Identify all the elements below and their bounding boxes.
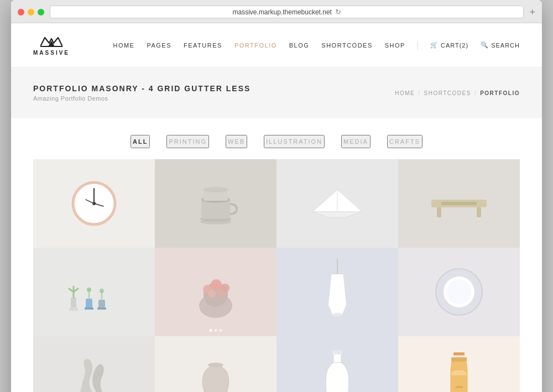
nav-search[interactable]: 🔍 SEARCH <box>481 41 520 49</box>
filter-media[interactable]: MEDIA <box>341 135 371 148</box>
search-label: SEARCH <box>491 42 520 49</box>
page-title: PORTFOLIO MASONRY - 4 GRID GUTTER LESS <box>33 84 251 93</box>
light-image <box>431 264 487 320</box>
url-text: massive.markup.themebucket.net <box>233 8 332 16</box>
close-button[interactable] <box>18 9 24 15</box>
portfolio-item-10[interactable] <box>155 336 276 392</box>
page-header: PORTFOLIO MASONRY - 4 GRID GUTTER LESS A… <box>11 67 542 118</box>
cart-label: CART(2) <box>441 42 468 49</box>
svg-rect-19 <box>69 307 78 311</box>
cup-image <box>194 179 238 228</box>
breadcrumb-current: PORTFOLIO <box>480 90 520 96</box>
portfolio-item-3[interactable] <box>276 159 398 248</box>
juice-image: JUICE <box>445 347 473 392</box>
filter-web[interactable]: WEB <box>226 135 247 148</box>
nav-features[interactable]: FEATURES <box>184 42 222 49</box>
filter-illustration[interactable]: ILLUSTRATION <box>264 135 325 148</box>
new-tab-button[interactable]: + <box>529 7 535 17</box>
logo-icon <box>40 34 62 49</box>
bottle-image <box>315 347 359 392</box>
dot <box>215 329 217 332</box>
portfolio-item-6[interactable] <box>155 248 276 336</box>
portfolio-item-9[interactable] <box>33 336 155 392</box>
svg-rect-17 <box>441 202 477 205</box>
flower-image <box>191 262 241 322</box>
nav-portfolio[interactable]: PORTFOLIO <box>234 42 277 49</box>
boat-image <box>307 184 368 223</box>
vase2-image <box>191 353 241 392</box>
nav-shop[interactable]: SHOP <box>385 42 405 49</box>
filter-printing[interactable]: PRINTING <box>166 135 209 148</box>
clock-image <box>69 179 119 228</box>
svg-rect-28 <box>97 307 106 310</box>
portfolio-item-7[interactable] <box>276 248 398 336</box>
lamp-image <box>321 259 354 325</box>
svg-text:JUICE: JUICE <box>455 386 462 389</box>
svg-point-12 <box>204 187 228 192</box>
svg-point-37 <box>217 290 225 297</box>
svg-rect-48 <box>451 357 467 361</box>
nav-cart[interactable]: 🛒 CART(2) <box>430 41 468 49</box>
site-header: MASSIVE HOME PAGES FEATURES PORTFOLIO BL… <box>11 23 542 67</box>
search-icon: 🔍 <box>481 41 489 49</box>
browser-window: massive.markup.themebucket.net ↻ + MASSI… <box>11 0 542 392</box>
filter-crafts[interactable]: CRAFTS <box>387 135 422 148</box>
svg-rect-15 <box>437 207 441 217</box>
cart-icon: 🛒 <box>430 41 439 49</box>
portfolio-item-5[interactable] <box>33 248 155 336</box>
svg-point-42 <box>447 280 471 304</box>
svg-rect-16 <box>477 207 481 217</box>
portfolio-item-2[interactable] <box>155 159 276 248</box>
svg-rect-47 <box>453 352 465 356</box>
sculpture-image <box>66 350 122 392</box>
portfolio-item-12[interactable]: JUICE <box>398 336 520 392</box>
breadcrumb: HOME / SHORTCODES / PORTFOLIO <box>395 90 520 96</box>
svg-rect-24 <box>85 307 93 310</box>
bench-image <box>426 184 492 223</box>
plants-image <box>61 264 127 320</box>
portfolio-grid: JUICE <box>11 159 542 392</box>
filter-all[interactable]: ALL <box>131 135 150 148</box>
svg-point-34 <box>211 279 222 290</box>
portfolio-item-1[interactable] <box>33 159 155 248</box>
nav-home[interactable]: HOME <box>113 42 134 49</box>
filter-section: ALL PRINTING WEB ILLUSTRATION MEDIA CRAF… <box>11 118 542 159</box>
maximize-button[interactable] <box>38 9 44 15</box>
svg-point-30 <box>100 289 104 293</box>
logo-area[interactable]: MASSIVE <box>33 34 70 56</box>
page-subtitle: Amazing Portfolio Demos <box>33 95 251 102</box>
nav-shortcodes[interactable]: SHORTCODES <box>321 42 372 49</box>
portfolio-item-11[interactable] <box>276 336 398 392</box>
url-bar[interactable]: massive.markup.themebucket.net ↻ <box>50 6 524 18</box>
page-title-area: PORTFOLIO MASONRY - 4 GRID GUTTER LESS A… <box>33 84 251 102</box>
svg-rect-45 <box>332 351 342 354</box>
portfolio-item-8[interactable] <box>398 248 520 336</box>
logo-text: MASSIVE <box>33 50 70 56</box>
nav-blog[interactable]: BLOG <box>289 42 310 49</box>
breadcrumb-home[interactable]: HOME <box>395 90 415 96</box>
page-content: MASSIVE HOME PAGES FEATURES PORTFOLIO BL… <box>11 23 542 392</box>
portfolio-item-4[interactable] <box>398 159 520 248</box>
breadcrumb-shortcodes[interactable]: SHORTCODES <box>424 90 471 96</box>
svg-point-36 <box>208 290 216 297</box>
breadcrumb-sep1: / <box>418 90 420 96</box>
dot <box>210 329 212 332</box>
nav-pages[interactable]: PAGES <box>147 42 171 49</box>
breadcrumb-sep2: / <box>474 90 477 96</box>
refresh-icon[interactable]: ↻ <box>335 8 341 16</box>
svg-point-39 <box>332 313 342 317</box>
dot <box>220 329 222 332</box>
nav-divider <box>418 41 418 50</box>
svg-point-44 <box>208 363 223 367</box>
main-nav: HOME PAGES FEATURES PORTFOLIO BLOG SHORT… <box>113 41 520 50</box>
traffic-lights <box>18 9 44 15</box>
svg-point-26 <box>87 288 91 292</box>
browser-chrome: massive.markup.themebucket.net ↻ + <box>11 0 542 23</box>
portfolio-dots-6 <box>210 329 222 332</box>
minimize-button[interactable] <box>28 9 34 15</box>
